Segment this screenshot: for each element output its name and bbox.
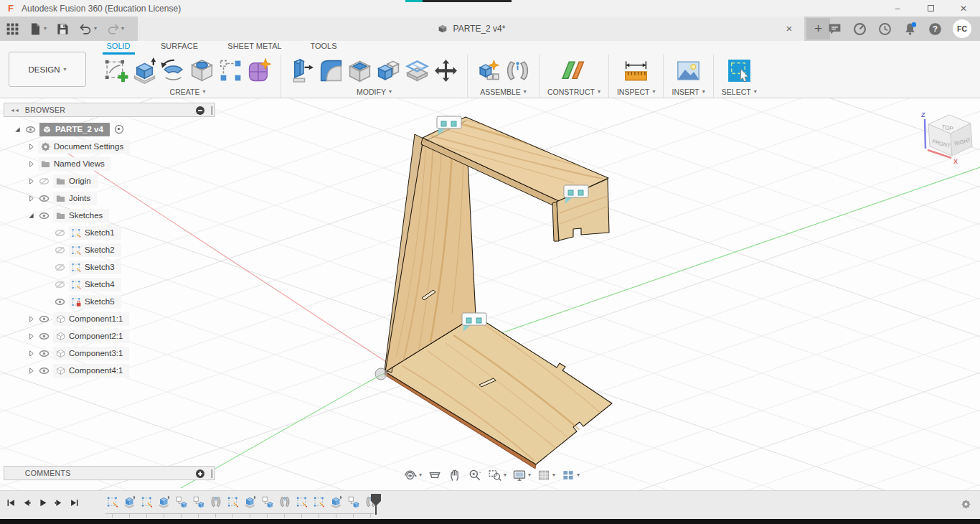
timeline-extrude-feature[interactable] <box>156 495 173 508</box>
undo-button[interactable]: ▾ <box>77 21 98 37</box>
visibility-eye-icon[interactable] <box>38 210 50 222</box>
help-button[interactable]: ? <box>928 22 943 37</box>
look-at-button[interactable] <box>428 468 442 482</box>
extensions-button[interactable] <box>852 22 867 37</box>
model-viewport[interactable]: TOP FRONT RIGHT Z X ◄◄ BROWSER PARTE_2 v… <box>0 98 980 490</box>
timeline-component-feature[interactable] <box>173 495 190 508</box>
browser-header[interactable]: ◄◄ BROWSER <box>4 103 215 117</box>
expander-collapsed-icon[interactable] <box>27 315 35 323</box>
shell-button[interactable] <box>347 57 373 84</box>
combine-button[interactable] <box>375 57 402 84</box>
skip-start-button[interactable] <box>6 497 17 508</box>
expander-expanded-icon[interactable] <box>14 126 22 134</box>
redo-button[interactable]: ▾ <box>105 21 126 37</box>
insert-image-button[interactable] <box>675 57 702 84</box>
minimize-button[interactable]: – <box>881 0 914 17</box>
apps-grid-button[interactable] <box>4 21 21 37</box>
timeline-sketch-feature[interactable] <box>104 495 121 508</box>
play-button[interactable] <box>37 497 48 508</box>
timeline-sketch-feature[interactable] <box>138 495 156 508</box>
restore-button[interactable] <box>914 0 947 17</box>
expander-collapsed-icon[interactable] <box>27 367 35 375</box>
visibility-eye-icon[interactable] <box>54 261 66 273</box>
panel-grip[interactable] <box>211 469 212 478</box>
expander-collapsed-icon[interactable] <box>27 195 35 202</box>
browser-item-parte-2-v4[interactable]: PARTE_2 v4 <box>4 121 215 138</box>
form-button[interactable] <box>246 57 273 84</box>
visibility-eye-icon[interactable] <box>38 192 50 205</box>
visibility-eye-icon[interactable] <box>38 347 50 360</box>
group-dropdown-select[interactable]: SELECT▾ <box>722 88 757 96</box>
visibility-eye-icon[interactable] <box>24 123 37 136</box>
timeline-component-feature[interactable] <box>345 495 362 508</box>
timeline-component-feature[interactable] <box>190 495 207 508</box>
zoom-window-button[interactable]: ▾ <box>488 468 507 482</box>
browser-item-origin[interactable]: Origin <box>4 172 215 190</box>
browser-item-sketch2[interactable]: Sketch2 <box>4 241 215 258</box>
browser-item-sketch4[interactable]: Sketch4 <box>4 276 215 293</box>
group-dropdown-inspect[interactable]: INSPECT▾ <box>617 88 656 96</box>
visibility-eye-icon[interactable] <box>54 227 66 239</box>
close-button[interactable]: ✕ <box>947 0 980 17</box>
browser-item-sketch1[interactable]: Sketch1 <box>4 224 215 241</box>
activate-component-radio[interactable] <box>115 125 123 134</box>
timeline-joint-feature[interactable] <box>276 495 293 508</box>
visibility-eye-icon[interactable] <box>54 296 66 308</box>
browser-item-component2-1[interactable]: Component2:1 <box>4 327 215 345</box>
tab-solid[interactable]: SOLID <box>106 42 130 52</box>
visibility-eye-icon[interactable] <box>38 365 50 377</box>
timeline-sketch-feature[interactable] <box>311 495 328 508</box>
split-button[interactable] <box>404 57 430 84</box>
tab-surface[interactable]: SURFACE <box>161 42 198 52</box>
browser-item-component1-1[interactable]: Component1:1 <box>4 310 215 327</box>
measure-button[interactable] <box>623 57 649 84</box>
display-settings-button[interactable]: ▾ <box>512 468 531 482</box>
timeline-settings-gear-icon[interactable] <box>961 499 971 510</box>
move-button[interactable] <box>433 57 459 84</box>
browser-item-sketch5[interactable]: Sketch5 <box>4 293 215 310</box>
view-cube[interactable]: TOP FRONT RIGHT Z X <box>921 111 972 165</box>
browser-item-joints[interactable]: Joints <box>4 190 215 207</box>
workspace-selector[interactable]: DESIGN ▾ <box>9 52 86 87</box>
visibility-eye-icon[interactable] <box>54 244 66 256</box>
tab-tools[interactable]: TOOLS <box>310 42 336 52</box>
visibility-eye-icon[interactable] <box>38 175 50 187</box>
expander-collapsed-icon[interactable] <box>27 143 35 151</box>
timeline-extrude-feature[interactable] <box>242 495 259 508</box>
avatar[interactable]: FC <box>953 19 971 38</box>
pattern-button[interactable] <box>217 57 244 84</box>
timeline-joint-feature[interactable] <box>207 495 225 508</box>
group-dropdown-assemble[interactable]: ASSEMBLE▾ <box>480 88 527 96</box>
timeline-component-feature[interactable] <box>259 495 276 508</box>
group-dropdown-modify[interactable]: MODIFY▾ <box>357 88 392 96</box>
orbit-button[interactable]: ▾ <box>403 468 422 482</box>
browser-item-component4-1[interactable]: Component4:1 <box>4 362 215 379</box>
wood-model[interactable] <box>385 117 612 469</box>
timeline-sketch-feature[interactable] <box>225 495 242 508</box>
timeline-extrude-feature[interactable] <box>121 495 138 508</box>
zoom-button[interactable]: - <box>468 468 482 482</box>
joint-button[interactable] <box>504 57 531 84</box>
file-button[interactable]: ▾ <box>27 21 48 37</box>
group-dropdown-construct[interactable]: CONSTRUCT▾ <box>547 88 600 96</box>
step-back-button[interactable] <box>22 497 32 508</box>
expander-collapsed-icon[interactable] <box>27 332 35 340</box>
comments-button[interactable] <box>827 22 842 37</box>
comments-header[interactable]: ◄◄ COMMENTS <box>4 466 215 480</box>
press-pull-button[interactable] <box>289 57 316 84</box>
close-tab-icon[interactable]: × <box>783 22 796 34</box>
tab-sheet-metal[interactable]: SHEET METAL <box>227 42 281 52</box>
hide-panel-icon[interactable] <box>196 106 204 115</box>
expander-expanded-icon[interactable] <box>27 212 35 220</box>
new-component-button[interactable] <box>476 57 502 84</box>
revolve-button[interactable] <box>160 57 187 84</box>
add-comment-icon[interactable] <box>196 469 204 478</box>
browser-item-named-views[interactable]: Named Views <box>4 155 215 172</box>
browser-item-component3-1[interactable]: Component3:1 <box>4 345 215 362</box>
create-sketch-button[interactable] <box>103 57 129 84</box>
fillet-button[interactable] <box>318 57 344 84</box>
expander-collapsed-icon[interactable] <box>27 350 35 357</box>
collapse-panel-icon[interactable]: ◄◄ <box>10 108 19 113</box>
grid-display-button[interactable]: ▾ <box>537 468 555 482</box>
viewports-button[interactable]: ▾ <box>561 468 580 482</box>
